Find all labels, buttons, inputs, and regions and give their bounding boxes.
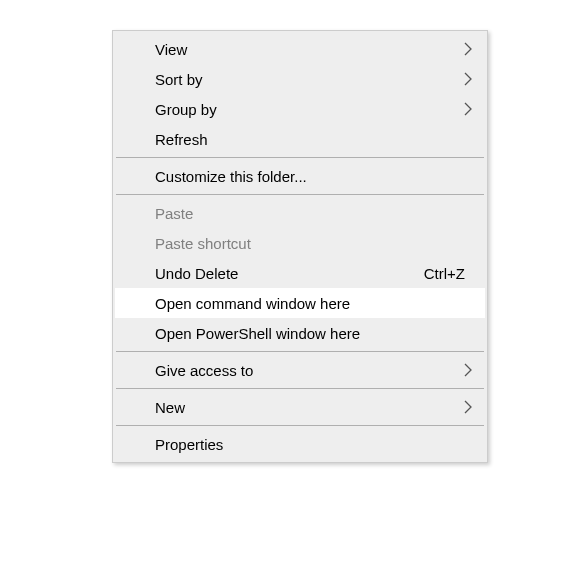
context-menu: View Sort by Group by Refresh Customize … (112, 30, 488, 463)
menu-item-refresh[interactable]: Refresh (115, 124, 485, 154)
menu-label: Refresh (155, 131, 473, 148)
chevron-right-icon (463, 42, 473, 56)
menu-label: New (155, 399, 473, 416)
menu-label: Paste shortcut (155, 235, 473, 252)
chevron-right-icon (463, 102, 473, 116)
menu-label: Customize this folder... (155, 168, 473, 185)
menu-label: Group by (155, 101, 473, 118)
menu-shortcut: Ctrl+Z (424, 265, 473, 282)
menu-item-view[interactable]: View (115, 34, 485, 64)
menu-item-open-command-window[interactable]: Open command window here (115, 288, 485, 318)
chevron-right-icon (463, 72, 473, 86)
menu-item-sort-by[interactable]: Sort by (115, 64, 485, 94)
chevron-right-icon (463, 363, 473, 377)
menu-item-properties[interactable]: Properties (115, 429, 485, 459)
menu-item-open-powershell-window[interactable]: Open PowerShell window here (115, 318, 485, 348)
menu-label: Paste (155, 205, 473, 222)
menu-label: View (155, 41, 473, 58)
separator (116, 388, 484, 389)
menu-label: Open command window here (155, 295, 473, 312)
menu-item-paste: Paste (115, 198, 485, 228)
separator (116, 157, 484, 158)
menu-item-customize-folder[interactable]: Customize this folder... (115, 161, 485, 191)
chevron-right-icon (463, 400, 473, 414)
menu-label: Undo Delete (155, 265, 424, 282)
menu-item-undo-delete[interactable]: Undo Delete Ctrl+Z (115, 258, 485, 288)
separator (116, 194, 484, 195)
menu-label: Sort by (155, 71, 473, 88)
menu-label: Give access to (155, 362, 473, 379)
menu-item-paste-shortcut: Paste shortcut (115, 228, 485, 258)
separator (116, 351, 484, 352)
separator (116, 425, 484, 426)
menu-label: Properties (155, 436, 473, 453)
menu-label: Open PowerShell window here (155, 325, 473, 342)
menu-item-give-access-to[interactable]: Give access to (115, 355, 485, 385)
menu-item-new[interactable]: New (115, 392, 485, 422)
menu-item-group-by[interactable]: Group by (115, 94, 485, 124)
